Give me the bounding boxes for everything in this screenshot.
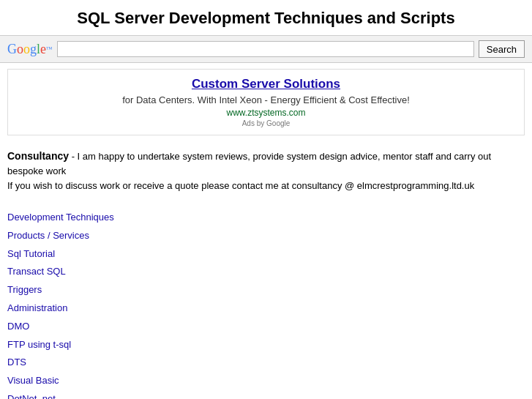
consultancy-section: Consultancy - I am happy to undertake sy… <box>0 141 532 200</box>
nav-link-1[interactable]: Products / Services <box>7 228 525 244</box>
search-button[interactable]: Search <box>479 40 525 58</box>
nav-link-6[interactable]: DMO <box>7 319 525 335</box>
nav-link-3[interactable]: Transact SQL <box>7 264 525 280</box>
google-logo-o1: o <box>17 42 23 56</box>
nav-link-2[interactable]: Sql Tutorial <box>7 247 525 262</box>
consultancy-title: Consultancy <box>7 150 69 162</box>
nav-link-10[interactable]: DotNet .net <box>7 392 525 399</box>
consultancy-text: - I am happy to undertake system reviews… <box>7 151 491 176</box>
google-logo-tm: ™ <box>46 46 53 53</box>
page-title: SQL Server Development Techniques and Sc… <box>0 0 532 35</box>
search-input[interactable] <box>57 41 474 57</box>
nav-link-9[interactable]: Visual Basic <box>7 373 525 389</box>
nav-links: Development TechniquesProducts / Service… <box>0 203 532 399</box>
ad-title[interactable]: Custom Server Solutions <box>18 77 514 92</box>
consultancy-contact: If you wish to discuss work or receive a… <box>7 180 474 191</box>
nav-link-4[interactable]: Triggers <box>7 283 525 298</box>
google-logo-e: e <box>40 42 46 56</box>
nav-link-0[interactable]: Development Techniques <box>7 210 525 225</box>
ad-url: www.ztsystems.com <box>18 108 514 118</box>
ad-label: Ads by Google <box>18 119 514 127</box>
nav-link-7[interactable]: FTP using t-sql <box>7 338 525 353</box>
google-logo-g: G <box>7 42 17 56</box>
ad-container: Custom Server Solutions for Data Centers… <box>7 69 525 135</box>
google-logo-o2: o <box>23 42 30 56</box>
ad-description: for Data Centers. With Intel Xeon - Ener… <box>18 94 514 105</box>
nav-link-8[interactable]: DTS <box>7 355 525 370</box>
google-search-bar: Google™ Search <box>0 35 532 63</box>
nav-link-5[interactable]: Administration <box>7 301 525 316</box>
google-logo: Google™ <box>7 42 53 56</box>
google-logo-g2: g <box>30 42 37 56</box>
